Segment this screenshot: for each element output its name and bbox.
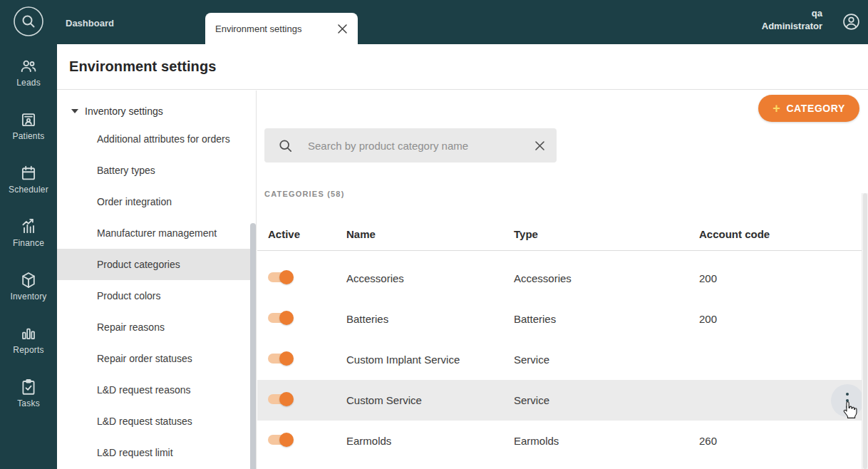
table-row[interactable]: Custom Implant ServiceService bbox=[257, 339, 868, 380]
sidebar-item-label: Leads bbox=[16, 78, 41, 88]
user-info: qa Administrator bbox=[762, 7, 822, 33]
table-row[interactable]: BatteriesBatteries200 bbox=[257, 299, 868, 339]
settings-nav-item[interactable]: L&D request statuses bbox=[57, 406, 256, 437]
add-category-label: CATEGORY bbox=[786, 103, 845, 114]
table-header-row: ActiveNameTypeAccount code bbox=[257, 218, 868, 251]
search-box[interactable] bbox=[264, 128, 557, 163]
cell-type: Service bbox=[514, 394, 699, 406]
settings-nav-item[interactable]: Product categories bbox=[57, 249, 256, 280]
sidebar-item-label: Inventory bbox=[10, 292, 46, 302]
settings-nav-item[interactable]: Product colors bbox=[57, 280, 256, 311]
page-title: Environment settings bbox=[69, 58, 216, 75]
active-toggle[interactable] bbox=[268, 313, 292, 323]
main-scrollbar[interactable] bbox=[862, 193, 868, 469]
tab-environment-settings[interactable]: Environment settings bbox=[205, 13, 358, 44]
settings-nav-item[interactable]: Battery types bbox=[57, 155, 256, 186]
sidebar-item-label: Patients bbox=[13, 131, 45, 141]
column-header: Name bbox=[346, 228, 514, 240]
settings-nav-list: Additional attributes for ordersBattery … bbox=[57, 123, 256, 468]
cell-type: Service bbox=[514, 354, 699, 366]
sidebar-item-label: Scheduler bbox=[9, 185, 48, 195]
page-header: Environment settings bbox=[57, 44, 868, 90]
settings-nav-item[interactable]: Repair reasons bbox=[57, 311, 256, 343]
close-icon[interactable] bbox=[337, 24, 348, 34]
settings-nav-item[interactable]: Additional attributes for orders bbox=[57, 123, 256, 155]
cell-account-code: 200 bbox=[699, 272, 868, 284]
active-toggle[interactable] bbox=[268, 272, 292, 282]
search-input[interactable] bbox=[308, 140, 534, 152]
reports-icon bbox=[19, 324, 38, 343]
table-row[interactable]: EarmoldsEarmolds260 bbox=[257, 421, 868, 461]
sidebar-item-label: Finance bbox=[13, 238, 44, 248]
user-role: Administrator bbox=[762, 20, 822, 33]
finance-icon bbox=[19, 217, 38, 236]
sidebar-item-patients[interactable]: Patients bbox=[0, 110, 57, 140]
sidebar-item-scheduler[interactable]: Scheduler bbox=[0, 164, 57, 194]
leads-icon bbox=[19, 57, 38, 76]
cell-name: Custom Service bbox=[346, 394, 514, 406]
user-name: qa bbox=[762, 7, 822, 20]
sidebar: LeadsPatientsSchedulerFinanceInventoryRe… bbox=[0, 0, 57, 469]
cell-name: Batteries bbox=[346, 313, 514, 325]
search-icon bbox=[279, 139, 292, 153]
settings-nav-item[interactable]: L&D request reasons bbox=[57, 374, 256, 406]
sidebar-item-label: Reports bbox=[13, 345, 43, 355]
active-toggle[interactable] bbox=[268, 354, 292, 364]
settings-nav-item[interactable]: L&D request limit bbox=[57, 437, 256, 468]
nav-dashboard[interactable]: Dashboard bbox=[66, 18, 114, 29]
sidebar-item-leads[interactable]: Leads bbox=[0, 57, 57, 87]
sidebar-item-reports[interactable]: Reports bbox=[0, 324, 57, 354]
sidebar-item-finance[interactable]: Finance bbox=[0, 217, 57, 247]
panel-scrollbar[interactable] bbox=[250, 223, 256, 469]
top-bar: Dashboard Environment settings qa Admini… bbox=[0, 0, 868, 44]
cell-account-code: 260 bbox=[699, 435, 868, 447]
sidebar-item-tasks[interactable]: Tasks bbox=[0, 378, 57, 408]
sidebar-item-inventory[interactable]: Inventory bbox=[0, 271, 57, 301]
settings-nav-panel: Inventory settings Additional attributes… bbox=[57, 91, 257, 469]
table-body: AccessoriesAccessories200BatteriesBatter… bbox=[257, 258, 868, 461]
add-category-button[interactable]: + CATEGORY bbox=[758, 95, 859, 122]
table-row[interactable]: Custom ServiceService bbox=[257, 380, 868, 421]
plus-icon: + bbox=[773, 102, 780, 115]
settings-nav-item[interactable]: Manufacturer management bbox=[57, 217, 256, 249]
active-toggle[interactable] bbox=[268, 394, 292, 404]
avatar-icon[interactable] bbox=[842, 12, 861, 31]
settings-nav-item[interactable]: Order integration bbox=[57, 186, 256, 217]
cell-type: Accessories bbox=[514, 272, 699, 284]
sidebar-nav: LeadsPatientsSchedulerFinanceInventoryRe… bbox=[0, 57, 57, 408]
tab-label: Environment settings bbox=[215, 24, 337, 34]
settings-nav-item[interactable]: Repair order statuses bbox=[57, 343, 256, 374]
cell-name: Accessories bbox=[346, 272, 514, 284]
active-toggle[interactable] bbox=[268, 435, 292, 445]
cell-name: Custom Implant Service bbox=[346, 354, 514, 366]
clear-search-icon[interactable] bbox=[534, 140, 545, 151]
row-actions-kebab-icon[interactable] bbox=[831, 384, 864, 417]
cell-account-code: 200 bbox=[699, 313, 868, 325]
nav-group-inventory-settings[interactable]: Inventory settings bbox=[57, 99, 256, 123]
scheduler-icon bbox=[19, 164, 38, 182]
cell-type: Batteries bbox=[514, 313, 699, 325]
global-search-icon[interactable] bbox=[13, 6, 44, 37]
column-header: Type bbox=[514, 228, 699, 240]
tasks-icon bbox=[19, 378, 38, 396]
sidebar-item-label: Tasks bbox=[17, 398, 40, 408]
inventory-icon bbox=[19, 271, 38, 289]
cell-name: Earmolds bbox=[346, 435, 514, 447]
column-header: Account code bbox=[699, 228, 868, 240]
column-header: Active bbox=[268, 228, 346, 240]
table-row[interactable]: AccessoriesAccessories200 bbox=[257, 258, 868, 299]
chevron-down-icon bbox=[71, 109, 78, 113]
patients-icon bbox=[19, 110, 38, 129]
nav-group-label: Inventory settings bbox=[85, 105, 163, 117]
section-label: CATEGORIES (58) bbox=[264, 190, 345, 198]
cell-type: Earmolds bbox=[514, 435, 699, 447]
main-content: + CATEGORY CATEGORIES (58) ActiveNameTyp… bbox=[257, 91, 868, 469]
